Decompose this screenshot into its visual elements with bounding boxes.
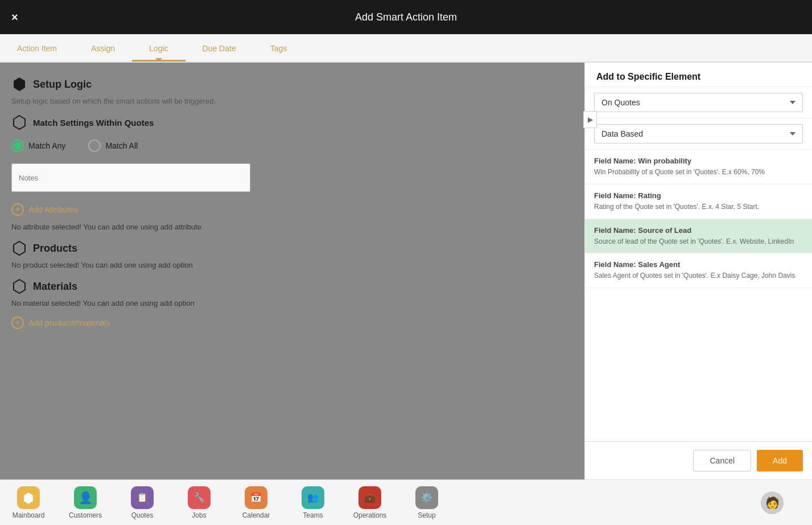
setup-logic-header: Setup Logic bbox=[11, 76, 573, 92]
radio-match-all-label: Match All bbox=[105, 141, 138, 150]
nav-mainboard[interactable]: Mainboard bbox=[0, 482, 57, 524]
field-item-source-of-lead[interactable]: Field Name: Source of Lead Source of lea… bbox=[585, 219, 812, 254]
svg-marker-0 bbox=[14, 77, 25, 91]
setup-logic-icon bbox=[11, 76, 27, 92]
products-title: Products bbox=[33, 243, 77, 255]
nav-calendar[interactable]: 📅 Calendar bbox=[228, 482, 285, 524]
field-name-source-of-lead: Field Name: Source of Lead bbox=[594, 226, 803, 235]
add-products-label: Add products/materials bbox=[28, 318, 110, 327]
calendar-icon: 📅 bbox=[245, 486, 267, 509]
tab-assign[interactable]: Assign bbox=[74, 37, 132, 61]
radio-match-any-circle[interactable] bbox=[11, 140, 24, 152]
field-desc-sales-agent: Sales Agent of Quotes set in 'Quotes'. E… bbox=[594, 271, 803, 281]
setup-logic-subtitle: Setup logic based on which the smart act… bbox=[11, 97, 573, 105]
basis-dropdown-row: Data Based bbox=[585, 118, 812, 150]
radio-match-any-label: Match Any bbox=[28, 141, 65, 150]
notes-input[interactable] bbox=[11, 163, 250, 192]
bottom-nav: Mainboard 👤 Customers 📋 Quotes 🔧 Jobs 📅 … bbox=[0, 479, 812, 525]
user-avatar[interactable]: 🧑 bbox=[761, 491, 784, 514]
field-list: Field Name: Win probability Win Probabil… bbox=[585, 150, 812, 441]
teams-icon: 👥 bbox=[302, 486, 324, 509]
setup-icon: ⚙️ bbox=[415, 486, 438, 509]
modal-header: × Add Smart Action Item bbox=[0, 0, 812, 34]
products-header: Products bbox=[11, 240, 573, 256]
operations-icon: 💼 bbox=[358, 486, 381, 509]
field-desc-win-probability: Win Probability of a Quote set in 'Quote… bbox=[594, 167, 803, 177]
tab-tags[interactable]: Tags bbox=[253, 37, 304, 61]
nav-setup[interactable]: ⚙️ Setup bbox=[398, 482, 455, 524]
materials-icon bbox=[11, 278, 27, 294]
field-desc-source-of-lead: Source of lead of the Quote set in 'Quot… bbox=[594, 237, 803, 247]
add-products-plus-icon: + bbox=[11, 317, 24, 329]
field-name-sales-agent: Field Name: Sales Agent bbox=[594, 260, 803, 269]
customers-icon: 👤 bbox=[74, 486, 97, 509]
right-panel: Add to Specific Element On Quotes Data B… bbox=[584, 63, 812, 479]
field-item-sales-agent[interactable]: Field Name: Sales Agent Sales Agent of Q… bbox=[585, 253, 812, 288]
right-panel-footer: Cancel Add bbox=[585, 441, 812, 479]
match-settings-header: Match Settings Within Quotes bbox=[11, 114, 573, 130]
field-item-rating[interactable]: Field Name: Rating Rating of the Quote s… bbox=[585, 184, 812, 219]
mainboard-label: Mainboard bbox=[13, 511, 45, 519]
element-dropdown[interactable]: On Quotes bbox=[594, 93, 803, 112]
right-panel-title: Add to Specific Element bbox=[585, 63, 812, 87]
no-attribute-text: No attribute selected! You can add one u… bbox=[11, 223, 573, 231]
tab-logic[interactable]: Logic bbox=[132, 37, 185, 61]
radio-group: Match Any Match All bbox=[11, 140, 573, 152]
no-product-text: No product selected! You can add one usi… bbox=[11, 261, 573, 269]
jobs-icon: 🔧 bbox=[188, 486, 211, 509]
add-button[interactable]: Add bbox=[757, 450, 803, 471]
quotes-icon: 📋 bbox=[131, 486, 154, 509]
materials-header: Materials bbox=[11, 278, 573, 294]
svg-marker-2 bbox=[14, 241, 25, 255]
cancel-button[interactable]: Cancel bbox=[693, 450, 751, 471]
jobs-label: Jobs bbox=[192, 511, 206, 519]
quotes-label: Quotes bbox=[131, 511, 154, 519]
tab-due-date[interactable]: Due Date bbox=[186, 37, 253, 61]
operations-label: Operations bbox=[353, 511, 387, 519]
panel-toggle-button[interactable]: ▶ bbox=[583, 111, 597, 128]
nav-teams[interactable]: 👥 Teams bbox=[285, 482, 341, 524]
main-layout: ▶ Setup Logic Setup logic based on which… bbox=[0, 63, 812, 479]
radio-match-all[interactable]: Match All bbox=[88, 140, 138, 152]
nav-quotes[interactable]: 📋 Quotes bbox=[114, 482, 171, 524]
tab-bar: Action Item Assign Logic Due Date Tags bbox=[0, 34, 812, 63]
nav-avatar[interactable]: 🧑 bbox=[744, 487, 801, 519]
add-attributes-label: Add Attributes bbox=[28, 205, 78, 214]
close-button[interactable]: × bbox=[11, 11, 18, 24]
add-attributes-plus-icon: + bbox=[11, 203, 24, 216]
left-panel: Setup Logic Setup logic based on which t… bbox=[0, 63, 584, 479]
products-icon bbox=[11, 240, 27, 256]
customers-label: Customers bbox=[69, 511, 102, 519]
radio-match-any[interactable]: Match Any bbox=[11, 140, 65, 152]
nav-operations[interactable]: 💼 Operations bbox=[341, 482, 398, 524]
add-products-button[interactable]: + Add products/materials bbox=[11, 317, 573, 329]
materials-title: Materials bbox=[33, 281, 77, 293]
basis-dropdown[interactable]: Data Based bbox=[594, 124, 803, 143]
svg-marker-1 bbox=[14, 116, 25, 129]
nav-customers[interactable]: 👤 Customers bbox=[57, 482, 114, 524]
field-name-win-probability: Field Name: Win probability bbox=[594, 157, 803, 165]
no-material-text: No material selected! You can add one us… bbox=[11, 299, 573, 307]
setup-logic-title: Setup Logic bbox=[33, 79, 92, 91]
setup-label: Setup bbox=[418, 511, 435, 519]
match-settings-icon bbox=[11, 114, 27, 130]
tab-action-item[interactable]: Action Item bbox=[0, 37, 74, 61]
match-settings-title: Match Settings Within Quotes bbox=[33, 118, 154, 128]
teams-label: Teams bbox=[303, 511, 323, 519]
field-name-rating: Field Name: Rating bbox=[594, 191, 803, 200]
field-desc-rating: Rating of the Quote set in 'Quotes'. E.x… bbox=[594, 202, 803, 212]
svg-marker-3 bbox=[14, 280, 25, 293]
field-item-win-probability[interactable]: Field Name: Win probability Win Probabil… bbox=[585, 150, 812, 184]
materials-section: Materials No material selected! You can … bbox=[11, 278, 573, 307]
add-attributes-button[interactable]: + Add Attributes bbox=[11, 203, 573, 216]
radio-match-all-circle[interactable] bbox=[88, 140, 101, 152]
modal-title: Add Smart Action Item bbox=[355, 11, 457, 23]
products-section: Products No product selected! You can ad… bbox=[11, 240, 573, 269]
svg-marker-4 bbox=[24, 493, 33, 504]
mainboard-icon bbox=[17, 486, 40, 509]
calendar-label: Calendar bbox=[242, 511, 270, 519]
element-dropdown-row: On Quotes bbox=[585, 87, 812, 118]
nav-jobs[interactable]: 🔧 Jobs bbox=[171, 482, 228, 524]
